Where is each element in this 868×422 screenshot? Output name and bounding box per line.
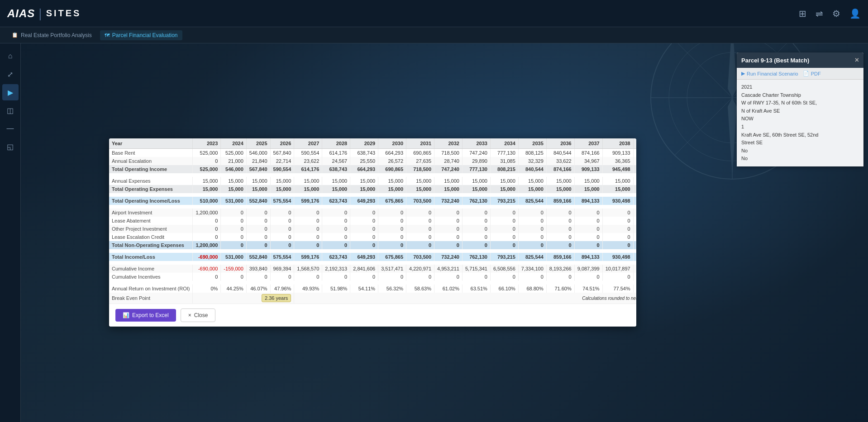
row-value: 15,000	[350, 177, 378, 185]
row-value: 66.10%	[490, 284, 518, 293]
parcel-detail-streets1: Kraft Ave SE, 60th Street SE, 52nd	[741, 131, 859, 139]
row-value: 0	[518, 233, 546, 241]
row-value: 0	[574, 209, 602, 217]
row-value: 0	[462, 233, 490, 241]
financial-modal: Year 2023 2024 2025 2026 2027 2028 2029 …	[109, 138, 636, 327]
row-value: 0	[193, 273, 221, 281]
run-scenario-btn[interactable]: ▶ Run Financial Scenario	[741, 71, 798, 76]
row-value: 909,133	[602, 149, 633, 157]
row-value: 0	[350, 273, 378, 281]
row-value: 15,000	[193, 185, 221, 193]
row-value: 26,572	[378, 157, 406, 165]
row-value: 969,394	[270, 265, 294, 273]
row-value: 546,000	[246, 149, 270, 157]
row-value: 0	[490, 217, 518, 225]
row-value: 0	[546, 241, 574, 249]
row-value: 793,215	[490, 253, 518, 261]
tab-parcel-financial[interactable]: 🗺 Parcel Financial Evaluation	[100, 30, 182, 40]
row-value: 0	[518, 209, 546, 217]
export-excel-button[interactable]: 📊 Export to Excel	[115, 309, 176, 322]
row-value: 0	[378, 225, 406, 233]
row-value: 2,192,313	[322, 265, 350, 273]
row-value: 0	[462, 209, 490, 217]
row-value: 15,000	[193, 177, 221, 185]
row-value: 0	[378, 241, 406, 249]
row-value: 840,544	[546, 149, 574, 157]
row-value: 0	[378, 273, 406, 281]
row-value: 32,329	[518, 157, 546, 165]
tab-portfolio[interactable]: 📋 Real Estate Portfolio Analysis	[7, 30, 96, 40]
row-value: 552,840	[246, 253, 270, 261]
row-label: Base Rent	[109, 149, 193, 157]
row-value: 0	[434, 273, 463, 281]
parcel-detail-num: 1	[741, 123, 859, 131]
row-value: 0	[546, 225, 574, 233]
row-value: 0	[434, 209, 463, 217]
row-value: 3,517,471	[378, 265, 406, 273]
sidebar-layers-btn[interactable]: ◱	[2, 138, 19, 155]
row-label: Annual Return on Investment (ROI)	[109, 284, 193, 293]
row-value: 718,500	[434, 149, 463, 157]
row-value: 0	[221, 241, 246, 249]
row-value: 34,967	[574, 157, 602, 165]
sidebar-minus-btn[interactable]: —	[2, 120, 19, 137]
row-value: 0	[462, 225, 490, 233]
parcel-panel-close-btn[interactable]: ×	[855, 56, 859, 64]
row-value: 0	[221, 273, 246, 281]
row-value: 0	[350, 241, 378, 249]
grid-icon[interactable]: ⊞	[799, 8, 806, 19]
row-value: 0	[490, 209, 518, 217]
row-value: 808,125	[518, 149, 546, 157]
row-value: 510,000	[193, 197, 221, 205]
parcel-detail-location2: N of Kraft Ave SE	[741, 107, 859, 115]
row-value: 0	[602, 241, 633, 249]
sidebar-expand-btn[interactable]: ⤢	[2, 66, 19, 82]
row-label: Annual Escalation	[109, 157, 193, 165]
row-value: 29,890	[462, 157, 490, 165]
row-value: 0	[246, 225, 270, 233]
export-icon: 📊	[123, 312, 129, 318]
close-label: Close	[194, 312, 208, 318]
row-value: 15,000	[462, 185, 490, 193]
row-value: 15,000	[378, 185, 406, 193]
share-icon[interactable]: ⇌	[816, 8, 823, 19]
user-icon[interactable]: 👤	[849, 8, 861, 19]
row-value: 894,133	[574, 197, 602, 205]
row-value: 0	[350, 217, 378, 225]
row-value: 703,500	[406, 253, 434, 261]
col-header-2025: 2025	[246, 138, 270, 149]
row-value: 22,714	[270, 157, 294, 165]
sidebar-grid-btn[interactable]: ◫	[2, 102, 19, 119]
col-header-2031: 2031	[406, 138, 434, 149]
settings-icon[interactable]: ⚙	[832, 8, 840, 19]
table-row: Annual Return on Investment (ROI)0%44.25…	[109, 284, 636, 293]
row-value: 46.07%	[246, 284, 270, 293]
break-even-value-cell: 2.36 years	[193, 293, 294, 303]
row-value: 0	[518, 273, 546, 281]
pdf-btn[interactable]: 📄 PDF	[803, 71, 821, 76]
row-value: 15,000	[574, 177, 602, 185]
row-value: 777,130	[490, 149, 518, 157]
row-value: 675,865	[378, 197, 406, 205]
sidebar-home-btn[interactable]: ⌂	[2, 48, 19, 64]
row-value: 15,00	[633, 177, 636, 185]
sidebar-play-btn[interactable]: ▶	[2, 84, 19, 100]
close-icon: ×	[188, 312, 191, 318]
close-modal-button[interactable]: × Close	[181, 308, 216, 322]
row-value: 77.54%	[602, 284, 633, 293]
pdf-label: PDF	[811, 71, 821, 76]
row-value: 0	[322, 241, 350, 249]
pdf-icon: 📄	[803, 71, 809, 76]
row-value: 0	[633, 273, 636, 281]
row-value: 675,865	[378, 253, 406, 261]
row-value: 15,000	[270, 185, 294, 193]
row-value: 623,743	[322, 197, 350, 205]
table-row: Airport Investment1,200,0000000000000000…	[109, 209, 636, 217]
row-value: 0	[350, 233, 378, 241]
row-value: 762,130	[462, 253, 490, 261]
financial-table-container[interactable]: Year 2023 2024 2025 2026 2027 2028 2029 …	[109, 138, 636, 303]
col-header-2034: 2034	[490, 138, 518, 149]
row-value: 0	[350, 225, 378, 233]
row-value: 0	[574, 233, 602, 241]
parcel-detail-location1: W of RWY 17-35, N of 60th St SE,	[741, 99, 859, 107]
